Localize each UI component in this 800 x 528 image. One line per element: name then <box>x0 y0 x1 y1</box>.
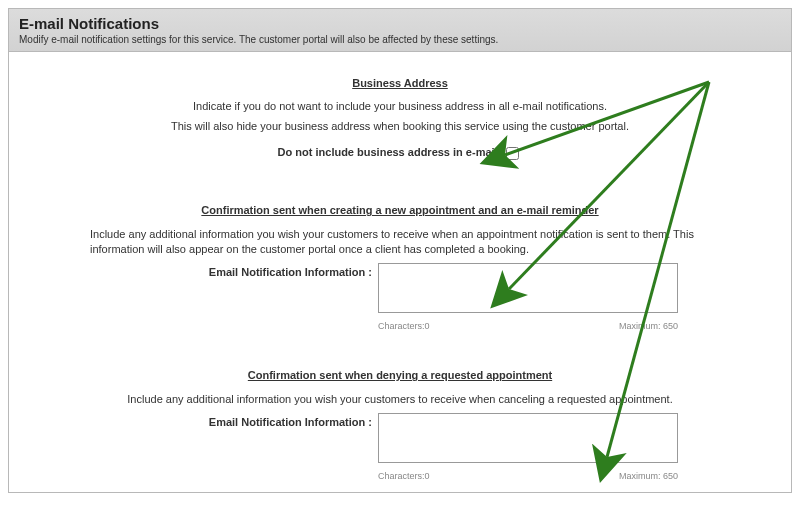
settings-panel: E-mail Notifications Modify e-mail notif… <box>8 8 792 493</box>
confirmation-create-textarea[interactable] <box>378 263 678 313</box>
exclude-address-checkbox[interactable] <box>506 147 519 160</box>
confirmation-deny-max: Maximum: 650 <box>619 470 678 483</box>
section-heading-confirmation-create: Confirmation sent when creating a new ap… <box>201 203 598 218</box>
confirmation-create-label: Email Notification Information : <box>122 263 378 280</box>
confirmation-deny-desc: Include any additional information you w… <box>80 392 720 407</box>
section-heading-business-address: Business Address <box>352 76 448 91</box>
panel-header: E-mail Notifications Modify e-mail notif… <box>9 9 791 52</box>
section-heading-confirmation-deny: Confirmation sent when denying a request… <box>248 368 552 383</box>
exclude-address-row: Do not include business address in e-mai… <box>49 144 751 163</box>
exclude-address-label: Do not include business address in e-mai… <box>278 147 502 159</box>
confirmation-create-row: Email Notification Information : Charact… <box>49 263 751 332</box>
business-address-desc-2: This will also hide your business addres… <box>80 119 720 134</box>
confirmation-deny-charcount: Characters:0 <box>378 470 430 483</box>
confirmation-deny-meta: Characters:0 Maximum: 650 <box>378 470 678 483</box>
panel-subtitle: Modify e-mail notification settings for … <box>19 34 781 45</box>
panel-title: E-mail Notifications <box>19 15 781 32</box>
confirmation-create-desc: Include any additional information you w… <box>90 227 710 258</box>
confirmation-create-meta: Characters:0 Maximum: 650 <box>378 320 678 333</box>
confirmation-deny-row: Email Notification Information : Charact… <box>49 413 751 482</box>
confirmation-create-max: Maximum: 650 <box>619 320 678 333</box>
panel-body: Business Address Indicate if you do not … <box>9 52 791 492</box>
confirmation-create-charcount: Characters:0 <box>378 320 430 333</box>
confirmation-deny-textarea[interactable] <box>378 413 678 463</box>
business-address-desc-1: Indicate if you do not want to include y… <box>80 99 720 114</box>
confirmation-deny-label: Email Notification Information : <box>122 413 378 430</box>
